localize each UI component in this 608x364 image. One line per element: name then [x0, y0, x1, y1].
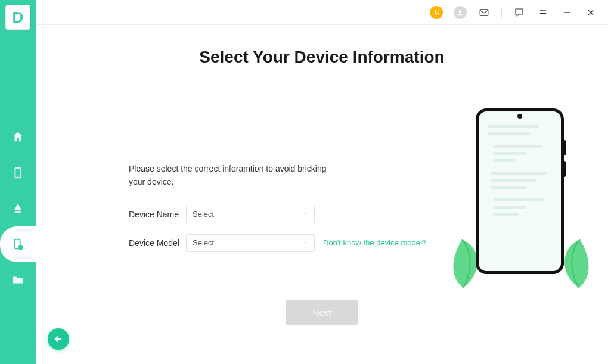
profile-icon — [454, 6, 467, 19]
menu-icon — [538, 7, 548, 18]
minimize-button[interactable] — [560, 6, 573, 19]
app-logo: D — [5, 5, 30, 30]
cloud-icon — [11, 202, 24, 215]
svg-point-7 — [459, 10, 462, 13]
label-device-model: Device Model — [129, 238, 186, 248]
chevron-down-icon — [302, 238, 308, 247]
profile-button[interactable] — [454, 6, 467, 19]
page-title: Select Your Device Information — [36, 48, 608, 67]
minimize-icon — [562, 7, 572, 18]
content-area: Select Your Device Information Please se… — [36, 25, 608, 364]
device-model-help-link[interactable]: Don't know the device model? — [323, 238, 426, 247]
sidebar-item-recover[interactable]: ! — [0, 226, 36, 262]
back-button[interactable] — [48, 328, 69, 350]
cart-icon — [430, 6, 443, 19]
mail-icon — [479, 7, 489, 18]
home-icon — [11, 130, 24, 144]
close-button[interactable] — [584, 6, 597, 19]
close-icon — [585, 7, 596, 18]
device-illustration — [455, 108, 587, 287]
folder-icon — [11, 273, 24, 287]
arrow-left-icon — [53, 334, 64, 344]
phone-icon — [11, 166, 24, 179]
sidebar-item-home[interactable] — [0, 119, 36, 155]
titlebar-divider — [501, 7, 502, 18]
label-device-name: Device Name — [129, 210, 186, 219]
titlebar — [36, 0, 608, 25]
chat-icon — [514, 7, 525, 18]
mail-button[interactable] — [477, 6, 491, 19]
svg-point-6 — [438, 14, 439, 15]
device-form: Please select the correct inforamtion to… — [129, 162, 439, 263]
row-device-name: Device Name Select — [129, 206, 439, 223]
select-device-name-value: Select — [193, 210, 214, 219]
sidebar-item-folder[interactable] — [0, 262, 36, 298]
feedback-button[interactable] — [513, 6, 526, 19]
row-device-model: Device Model Select Don't know the devic… — [129, 234, 439, 252]
sidebar-item-cloud[interactable] — [0, 191, 36, 226]
menu-button[interactable] — [536, 6, 550, 19]
sidebar: D ! — [0, 0, 36, 364]
phone-alert-icon: ! — [11, 238, 24, 251]
next-button[interactable]: Next — [286, 300, 358, 325]
select-device-model[interactable]: Select — [186, 234, 315, 252]
svg-rect-8 — [480, 9, 488, 15]
select-device-model-value: Select — [193, 238, 214, 247]
select-device-name[interactable]: Select — [186, 206, 315, 223]
svg-text:!: ! — [20, 245, 21, 250]
form-instruction: Please select the correct inforamtion to… — [129, 162, 343, 189]
phone-frame-icon — [476, 108, 564, 274]
cart-button[interactable] — [430, 6, 443, 19]
chevron-down-icon — [302, 210, 308, 219]
svg-point-5 — [435, 14, 436, 15]
sidebar-item-phone[interactable] — [0, 155, 36, 191]
